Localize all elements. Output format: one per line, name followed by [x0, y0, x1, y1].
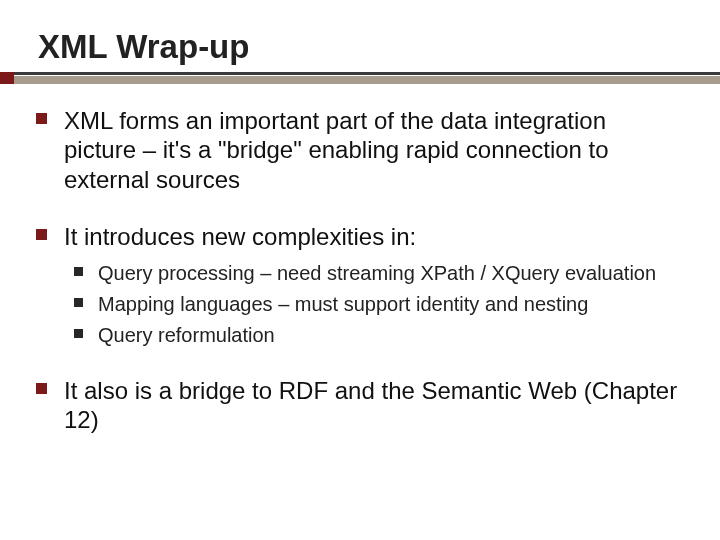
list-item: XML forms an important part of the data …	[64, 106, 684, 194]
bullet-list-level2: Query processing – need streaming XPath …	[64, 261, 684, 348]
bullet-list-level1: XML forms an important part of the data …	[36, 106, 684, 435]
rule-dark-line	[0, 72, 720, 75]
bullet-text: Query processing – need streaming XPath …	[98, 262, 656, 284]
list-item: Query processing – need streaming XPath …	[98, 261, 684, 286]
bullet-text: XML forms an important part of the data …	[64, 107, 609, 193]
slide-title: XML Wrap-up	[36, 28, 684, 72]
slide: XML Wrap-up XML forms an important part …	[0, 0, 720, 540]
slide-content: XML forms an important part of the data …	[36, 106, 684, 435]
bullet-text: It also is a bridge to RDF and the Seman…	[64, 377, 677, 433]
rule-tan-line	[0, 76, 720, 84]
rule-accent-block	[0, 72, 14, 84]
bullet-text: Mapping languages – must support identit…	[98, 293, 588, 315]
bullet-text: It introduces new complexities in:	[64, 223, 416, 250]
list-item: It introduces new complexities in: Query…	[64, 222, 684, 348]
bullet-text: Query reformulation	[98, 324, 275, 346]
title-rule	[36, 72, 684, 84]
list-item: Mapping languages – must support identit…	[98, 292, 684, 317]
list-item: It also is a bridge to RDF and the Seman…	[64, 376, 684, 435]
list-item: Query reformulation	[98, 323, 684, 348]
